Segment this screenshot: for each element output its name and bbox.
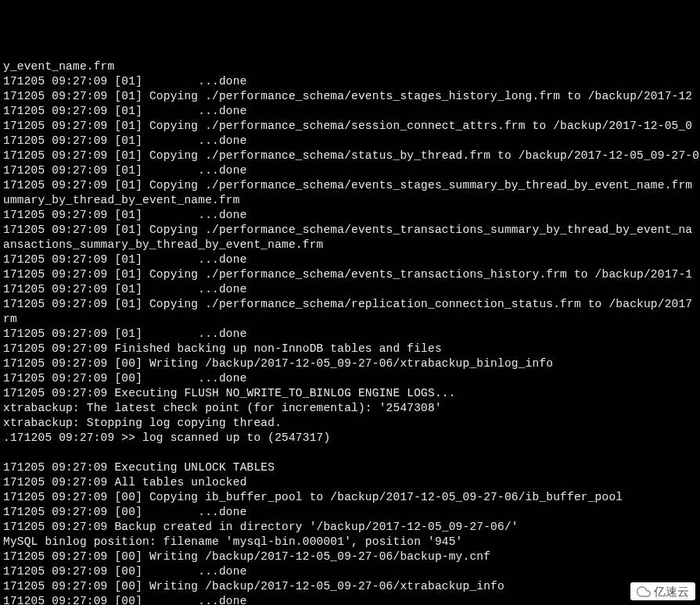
terminal-line: 171205 09:27:09 [00] ...done (3, 371, 697, 386)
terminal-line: 171205 09:27:09 [00] Copying ib_buffer_p… (3, 490, 697, 505)
watermark-logo: 亿速云 (630, 582, 695, 600)
terminal-line: 171205 09:27:09 [01] Copying ./performan… (3, 297, 697, 312)
terminal-line: xtrabackup: The latest check point (for … (3, 401, 697, 416)
terminal-line: 171205 09:27:09 [01] Copying ./performan… (3, 149, 697, 163)
terminal-line: 171205 09:27:09 [00] ...done (3, 564, 697, 579)
terminal-line: 171205 09:27:09 [01] Copying ./performan… (3, 267, 697, 282)
terminal-line: 171205 09:27:09 [01] Copying ./performan… (3, 89, 697, 104)
terminal-line: ansactions_summary_by_thread_by_event_na… (3, 238, 697, 252)
terminal-line: ummary_by_thread_by_event_name.frm (3, 193, 697, 208)
terminal-line: 171205 09:27:09 [01] ...done (3, 163, 697, 178)
terminal-line: 171205 09:27:09 [01] ...done (3, 134, 697, 149)
terminal-line: 171205 09:27:09 [01] Copying ./performan… (3, 223, 697, 238)
terminal-line: .171205 09:27:09 >> log scanned up to (2… (3, 431, 697, 446)
terminal-line: MySQL binlog position: filename 'mysql-b… (3, 535, 697, 550)
terminal-line: 171205 09:27:09 [00] Writing /backup/201… (3, 579, 697, 594)
terminal-line: 171205 09:27:09 [01] Copying ./performan… (3, 119, 697, 134)
terminal-line: 171205 09:27:09 [01] ...done (3, 74, 697, 89)
terminal-line: rm (3, 312, 697, 327)
terminal-line: 171205 09:27:09 [00] Writing /backup/201… (3, 356, 697, 371)
terminal-line: 171205 09:27:09 All tables unlocked (3, 475, 697, 490)
terminal-line (3, 446, 697, 460)
terminal-line: 171205 09:27:09 [01] ...done (3, 282, 697, 297)
terminal-line: 171205 09:27:09 [01] ...done (3, 208, 697, 223)
terminal-line: 171205 09:27:09 Executing UNLOCK TABLES (3, 460, 697, 475)
terminal-line: 171205 09:27:09 [00] ...done (3, 594, 697, 605)
terminal-line: 171205 09:27:09 Executing FLUSH NO_WRITE… (3, 386, 697, 401)
terminal-line: 171205 09:27:09 [01] ...done (3, 252, 697, 267)
terminal-line: xtrabackup: Stopping log copying thread. (3, 416, 697, 431)
terminal-line: 171205 09:27:09 [00] ...done (3, 505, 697, 520)
terminal-line: y_event_name.frm (3, 59, 697, 74)
terminal-line: 171205 09:27:09 [01] ...done (3, 104, 697, 119)
terminal-line: 171205 09:27:09 [00] Writing /backup/201… (3, 550, 697, 564)
terminal-line: 171205 09:27:09 [01] Copying ./performan… (3, 178, 697, 193)
terminal-line: 171205 09:27:09 Finished backing up non-… (3, 342, 697, 356)
watermark-text: 亿速云 (654, 584, 689, 599)
terminal-line: 171205 09:27:09 Backup created in direct… (3, 520, 697, 535)
cloud-icon (637, 585, 651, 599)
terminal-output: y_event_name.frm171205 09:27:09 [01] ...… (3, 59, 697, 605)
terminal-line: 171205 09:27:09 [01] ...done (3, 327, 697, 342)
